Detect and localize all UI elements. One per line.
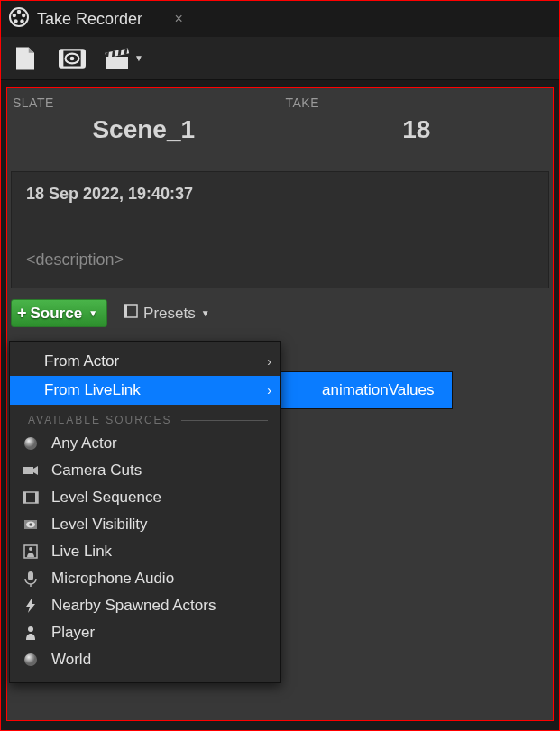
source-dropdown: From Actor › From LiveLink › AVAILABLE S… [9, 341, 281, 683]
svg-point-3 [20, 19, 23, 23]
metadata-box[interactable]: 18 Sep 2022, 19:40:37 <description> [11, 171, 549, 288]
source-item-any-actor[interactable]: Any Actor [10, 430, 280, 457]
livelink-icon [23, 544, 39, 560]
svg-point-2 [22, 14, 25, 17]
reel-icon [8, 6, 30, 32]
take-column[interactable]: TAKE 18 [280, 88, 554, 168]
toolbar: ▼ [1, 37, 559, 80]
source-item-label: Level Visibility [51, 516, 147, 534]
menu-item-from-livelink[interactable]: From LiveLink › [10, 376, 280, 405]
menu-item-label: From LiveLink [44, 381, 141, 399]
bolt-icon [23, 598, 39, 614]
description-placeholder[interactable]: <description> [26, 251, 534, 270]
timestamp-text: 18 Sep 2022, 19:40:37 [26, 185, 534, 204]
svg-rect-8 [81, 50, 85, 67]
source-item-label: World [51, 651, 91, 669]
take-recorder-window: Take Recorder × ▼ SLATE Scene_1 TAKE 18 [0, 0, 560, 731]
svg-rect-7 [60, 50, 63, 67]
pawn-icon [23, 625, 39, 641]
take-value: 18 [286, 115, 548, 144]
tab-title: Take Recorder [37, 10, 142, 29]
sphere-icon [23, 652, 39, 668]
svg-point-10 [70, 56, 75, 60]
livelink-submenu: animationValues [278, 371, 453, 409]
plus-icon: + [17, 304, 27, 323]
source-item-nearby-spawned-actors[interactable]: Nearby Spawned Actors [10, 592, 280, 619]
source-item-label: Player [51, 624, 95, 642]
source-item-player[interactable]: Player [10, 619, 280, 646]
presets-icon [124, 304, 138, 323]
source-item-label: Nearby Spawned Actors [51, 597, 216, 615]
divider [181, 420, 268, 421]
clapperboard-menu-button[interactable]: ▼ [104, 43, 143, 74]
presets-button-label: Presets [143, 305, 196, 323]
svg-point-5 [13, 14, 16, 17]
slate-take-row: SLATE Scene_1 TAKE 18 [7, 88, 553, 168]
camera-icon [23, 462, 39, 479]
chevron-down-icon: ▼ [134, 53, 143, 63]
source-item-level-visibility[interactable]: Level Visibility [10, 511, 280, 538]
svg-point-1 [17, 10, 21, 14]
source-item-label: Microphone Audio [51, 570, 174, 588]
source-item-label: Any Actor [51, 434, 117, 452]
source-item-level-sequence[interactable]: Level Sequence [10, 484, 280, 511]
chevron-right-icon: › [267, 354, 271, 369]
chevron-down-icon: ▼ [88, 308, 97, 318]
source-item-world[interactable]: World [10, 646, 280, 673]
source-item-label: Level Sequence [51, 489, 161, 507]
main-panel: SLATE Scene_1 TAKE 18 18 Sep 2022, 19:40… [6, 87, 554, 721]
submenu-item-animationvalues[interactable]: animationValues [279, 372, 452, 408]
slate-value: Scene_1 [13, 115, 275, 144]
source-bar: + Source ▼ Presets ▼ [7, 294, 553, 333]
menu-item-from-actor[interactable]: From Actor › [10, 347, 280, 376]
source-item-microphone-audio[interactable]: Microphone Audio [10, 565, 280, 592]
add-source-button[interactable]: + Source ▼ [11, 299, 107, 327]
source-item-live-link[interactable]: Live Link [10, 538, 280, 565]
slate-column[interactable]: SLATE Scene_1 [7, 88, 280, 168]
eye-icon [23, 516, 39, 533]
menu-item-label: From Actor [44, 352, 119, 370]
source-item-label: Live Link [51, 543, 112, 561]
close-icon[interactable]: × [170, 10, 188, 28]
chevron-right-icon: › [267, 383, 271, 397]
svg-rect-16 [106, 57, 128, 69]
source-item-camera-cuts[interactable]: Camera Cuts [10, 457, 280, 484]
slate-label: SLATE [13, 96, 275, 110]
sphere-icon [23, 435, 39, 452]
tab-take-recorder[interactable]: Take Recorder × [1, 1, 197, 37]
svg-point-4 [14, 19, 17, 23]
tab-bar: Take Recorder × [1, 1, 559, 37]
take-label: TAKE [286, 96, 548, 110]
source-item-label: Camera Cuts [51, 461, 142, 480]
review-take-button[interactable] [57, 43, 87, 74]
presets-button[interactable]: Presets ▼ [118, 300, 216, 326]
sequence-icon [23, 489, 39, 506]
chevron-down-icon: ▼ [201, 308, 210, 318]
source-button-label: Source [31, 305, 83, 323]
mic-icon [23, 571, 39, 587]
svg-rect-18 [124, 305, 127, 317]
new-take-button[interactable] [10, 43, 41, 74]
dropdown-heading: AVAILABLE SOURCES [10, 405, 280, 430]
